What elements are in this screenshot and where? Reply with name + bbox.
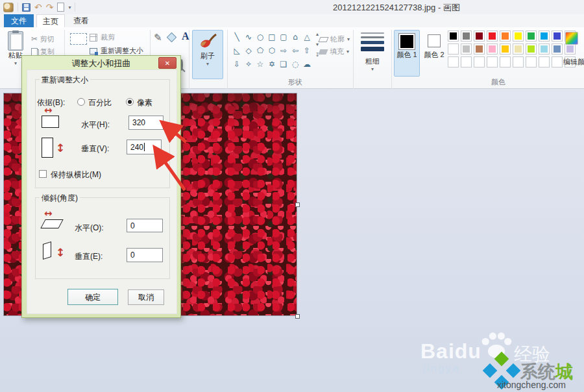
undo-icon[interactable]: ↶ <box>34 3 42 12</box>
ok-button[interactable]: 确定 <box>67 289 118 305</box>
tab-view[interactable]: 查看 <box>67 14 95 27</box>
pencil-tool-icon[interactable]: ✎ <box>154 32 162 43</box>
palette-swatch-empty[interactable] <box>513 56 524 67</box>
new-file-icon[interactable] <box>57 3 64 12</box>
save-icon[interactable] <box>22 3 30 12</box>
pixels-label: 像素 <box>137 97 152 108</box>
shape-curve-icon[interactable]: ∿ <box>243 31 254 44</box>
brushes-button[interactable]: 刷子 ▾ <box>192 30 223 79</box>
color1-button[interactable]: 颜色 1 <box>394 30 420 77</box>
shape-arrow-down-icon[interactable]: ⇩ <box>231 58 243 71</box>
cancel-button[interactable]: 取消 <box>128 289 164 305</box>
palette-swatch[interactable] <box>487 43 498 55</box>
cut-button[interactable]: ✂ 剪切 <box>31 34 54 44</box>
palette-swatch-empty[interactable] <box>474 56 485 67</box>
shape-triangle-icon[interactable]: △ <box>301 31 313 44</box>
shape-rounded-rectangle-icon[interactable]: ▢ <box>278 31 289 44</box>
pixels-radio[interactable] <box>126 98 134 106</box>
skew-v-icon <box>43 241 51 260</box>
palette-swatch[interactable] <box>526 43 537 55</box>
text-caret <box>144 143 145 151</box>
text-tool-icon[interactable]: A <box>182 31 189 42</box>
shape-arrow-left-icon[interactable]: ⇦ <box>289 44 301 58</box>
shape-diamond-icon[interactable]: ◇ <box>243 44 254 58</box>
palette-swatch-empty[interactable] <box>526 56 537 67</box>
palette-swatch[interactable] <box>552 31 563 42</box>
aspect-ratio-checkbox[interactable] <box>39 170 47 178</box>
palette-swatch-empty[interactable] <box>448 56 459 67</box>
shape-line-icon[interactable]: ╲ <box>231 31 243 44</box>
palette-swatch[interactable] <box>565 43 576 55</box>
palette-swatch-empty[interactable] <box>461 56 472 67</box>
shape-callout-cloud-icon[interactable]: ☁ <box>301 58 313 71</box>
vertical-input[interactable]: 240 <box>127 140 162 154</box>
palette-swatch[interactable] <box>539 43 550 55</box>
paint-app-icon[interactable] <box>3 3 14 12</box>
dialog-close-button[interactable]: ✕ <box>158 57 176 69</box>
percent-radio[interactable] <box>77 98 85 106</box>
edit-colors-button[interactable] <box>565 32 578 45</box>
palette-swatch[interactable] <box>500 31 511 42</box>
fill-dropdown-icon[interactable]: ▾ <box>347 49 349 55</box>
outline-icon <box>318 37 328 42</box>
shape-arrow-up-icon[interactable]: ⇧ <box>301 44 313 58</box>
palette-swatch-empty[interactable] <box>552 56 563 67</box>
shape-right-triangle-icon[interactable]: ◺ <box>231 44 243 58</box>
palette-swatch[interactable] <box>461 31 472 42</box>
qat-dropdown-icon[interactable]: ▾ <box>68 5 71 10</box>
palette-swatch-empty[interactable] <box>500 56 511 67</box>
palette-swatch[interactable] <box>487 31 498 42</box>
shape-rectangle-icon[interactable]: □ <box>266 31 278 44</box>
palette-swatch[interactable] <box>526 31 537 42</box>
shape-arrow-right-icon[interactable]: ⇨ <box>278 44 289 58</box>
palette-swatch[interactable] <box>500 43 511 55</box>
shapes-scroll-up-icon[interactable]: ▴ <box>316 31 319 37</box>
skew-h-input[interactable]: 0 <box>127 219 163 232</box>
redo-icon[interactable]: ↷ <box>46 3 54 12</box>
palette-swatch[interactable] <box>474 43 485 55</box>
horizontal-input[interactable]: 320 <box>128 116 164 130</box>
tab-file[interactable]: 文件 <box>4 14 34 27</box>
shape-ellipse-icon[interactable]: ○ <box>254 31 266 44</box>
tab-home[interactable]: 主页 <box>36 14 65 27</box>
vertical-rect-icon <box>42 138 53 158</box>
skew-v-arrow-icon: ↕ <box>56 246 65 259</box>
palette-swatch[interactable] <box>513 31 524 42</box>
size-dropdown-icon[interactable]: ▾ <box>356 66 389 72</box>
resize-icon <box>90 48 97 55</box>
shape-star-5-icon[interactable]: ☆ <box>254 58 266 71</box>
shape-star-4-icon[interactable]: ✧ <box>243 58 254 71</box>
resize-button[interactable]: 重新调整大小 <box>90 46 143 56</box>
shape-fill-button[interactable]: 填充 ▾ <box>319 47 349 56</box>
palette-swatch[interactable] <box>448 43 459 55</box>
sitelogo-diamond-left <box>483 363 498 378</box>
palette-swatch[interactable] <box>461 43 472 55</box>
shape-pentagon-icon[interactable]: ⬠ <box>254 44 266 58</box>
palette-swatch[interactable] <box>513 43 524 55</box>
shape-star-6-icon[interactable]: ✡ <box>266 58 278 71</box>
shape-polygon-icon[interactable]: ⌂ <box>289 31 301 44</box>
palette-swatch-empty[interactable] <box>539 56 550 67</box>
crop-button[interactable]: 裁剪 <box>90 32 115 42</box>
fill-tool-icon[interactable] <box>167 32 177 43</box>
baidu-paw-icon <box>478 328 515 360</box>
palette-swatch[interactable] <box>552 43 563 55</box>
shapes-scroll-down-icon[interactable]: ▾ <box>316 42 319 47</box>
shape-fill-icon <box>318 49 328 55</box>
skew-group-label: 倾斜(角度) <box>40 193 80 204</box>
size-button[interactable]: 粗细 ▾ <box>356 30 389 72</box>
outline-dropdown-icon[interactable]: ▾ <box>347 36 350 42</box>
skew-v-input[interactable]: 0 <box>127 248 163 262</box>
color2-button[interactable]: 颜色 2 <box>421 30 447 77</box>
palette-swatch[interactable] <box>474 31 485 42</box>
brushes-dropdown-icon[interactable]: ▾ <box>193 61 223 67</box>
jingyan-url-text: jingya <box>423 362 459 375</box>
palette-swatch-empty[interactable] <box>487 56 498 67</box>
palette-swatch[interactable] <box>539 31 550 42</box>
shape-outline-button[interactable]: 轮廓 ▾ <box>319 34 350 44</box>
shape-callout-oval-icon[interactable]: ◌ <box>289 58 301 71</box>
horizontal-arrow-icon: ↔ <box>44 104 53 116</box>
shape-callout-rounded-icon[interactable]: ❑ <box>278 58 289 71</box>
palette-swatch[interactable] <box>448 31 459 42</box>
shape-hexagon-icon[interactable]: ⬡ <box>266 44 278 58</box>
